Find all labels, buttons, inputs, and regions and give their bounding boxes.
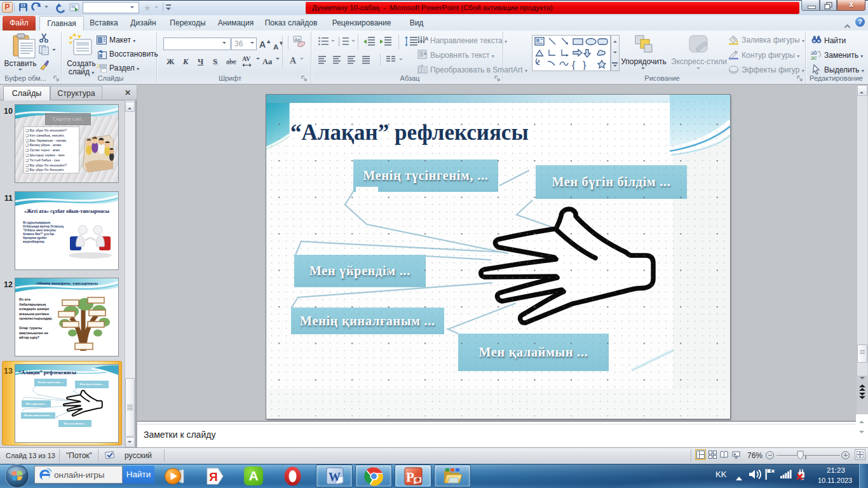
svg-text:W: W <box>329 470 341 484</box>
svg-text:{: { <box>572 60 576 70</box>
svg-text:Я: Я <box>209 470 218 484</box>
svg-text:Аа: Аа <box>295 37 301 42</box>
svg-text:3: 3 <box>338 43 340 46</box>
svg-text:P: P <box>406 470 414 485</box>
svg-text:}: } <box>583 60 587 70</box>
svg-text:А: А <box>424 36 428 42</box>
svg-text:ac: ac <box>811 55 817 60</box>
